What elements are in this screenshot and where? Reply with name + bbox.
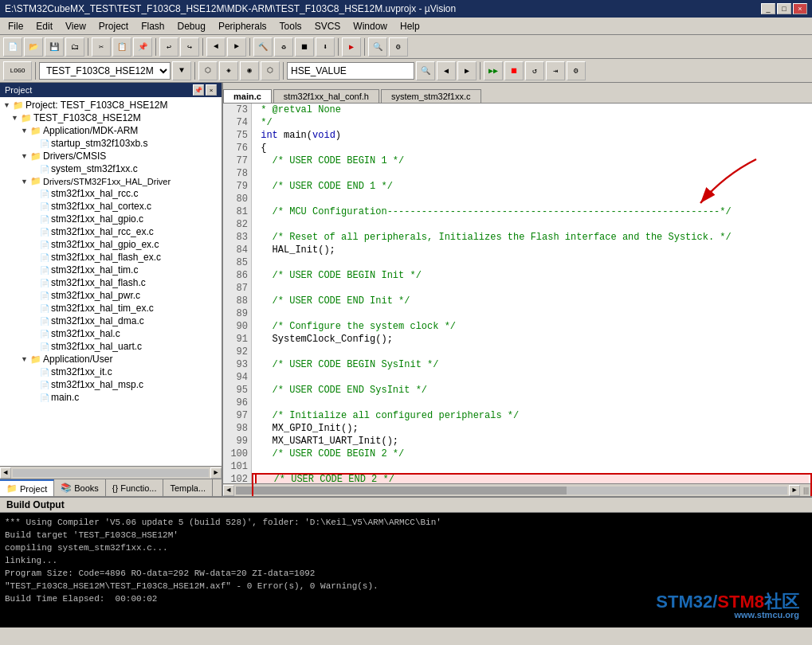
copy-btn[interactable]: 📋 [112,37,131,57]
tree-hal-tim[interactable]: 📄 stm32f1xx_hal_tim.c [2,264,220,276]
menu-flash[interactable]: Flash [135,19,171,33]
rebuild-btn[interactable]: ♻ [274,37,293,57]
menu-tools[interactable]: Tools [273,19,308,33]
scroll-right-btn[interactable]: ► [210,467,222,479]
editor-scroll-right[interactable]: ► [789,485,800,496]
search-next-btn[interactable]: ▶ [457,61,477,80]
back-btn[interactable]: ◄ [206,37,226,57]
tab-templates[interactable]: Templa... [163,479,213,496]
hex2-btn[interactable]: ◈ [219,61,238,80]
root-expand-icon: ▼ [3,101,11,109]
code-line-97: /* Initialize all configured peripherals… [255,409,809,422]
code-line-84: HAL_Init(); [255,244,809,256]
hscroll-track[interactable] [13,469,209,477]
tree-hal-flash-ex[interactable]: 📄 stm32f1xx_hal_flash_ex.c [2,251,220,264]
debug-stop-btn[interactable]: ⏹ [504,61,524,80]
cut-btn[interactable]: ✂ [92,37,111,57]
debug-restart-btn[interactable]: ↺ [525,61,544,80]
menu-file[interactable]: File [2,19,29,33]
redo-btn[interactable]: ↪ [180,37,199,57]
tree-system[interactable]: 📄 system_stm32f1xx.c [2,162,220,175]
tab-project[interactable]: 📁 Project [0,479,54,496]
main-layout: Project 📌 × ▼ 📁 Project: TEST_F103C8_HSE… [0,83,812,496]
editor-hscrollbar[interactable]: ◄ ► ||| [223,483,812,496]
tree-project[interactable]: ▼ 📁 TEST_F103C8_HSE12M [2,111,220,124]
tree-it[interactable]: 📄 stm32f1xx_it.c [2,366,220,378]
tree-hal-pwr[interactable]: 📄 stm32f1xx_hal_pwr.c [2,289,220,302]
tree-hal-uart[interactable]: 📄 stm32f1xx_hal_uart.c [2,340,220,353]
maximize-button[interactable]: □ [777,3,791,14]
close-button[interactable]: × [793,3,807,14]
project-panel-close[interactable]: × [206,84,217,96]
undo-btn[interactable]: ↩ [159,37,178,57]
forward-btn[interactable]: ► [227,37,246,57]
build-line-3: linking... [5,554,807,567]
tree-app-user[interactable]: ▼ 📁 Application/User [2,353,220,366]
tree-hal-tim-ex[interactable]: 📄 stm32f1xx_hal_tim_ex.c [2,302,220,315]
build-btn[interactable]: 🔨 [253,37,273,57]
tree-drivers-cmsis[interactable]: ▼ 📁 Drivers/CMSIS [2,150,220,162]
hex4-btn[interactable]: ⬡ [261,61,280,80]
editor-scroll-left[interactable]: ◄ [223,485,234,496]
tree-main[interactable]: 📄 main.c [2,391,220,404]
debug-run-btn[interactable]: ▶▶ [484,61,503,80]
menu-view[interactable]: View [59,19,92,33]
menu-debug[interactable]: Debug [171,19,212,33]
scroll-left-btn[interactable]: ◄ [0,467,11,479]
editor-hscroll-track[interactable] [236,487,787,494]
search-go-btn[interactable]: 🔍 [416,61,435,80]
find-btn[interactable]: 🔍 [368,37,387,57]
debug-btn[interactable]: ▶ [342,37,361,57]
tab-system-stm32[interactable]: system_stm32f1xx.c [381,89,481,103]
debug-step-btn[interactable]: ⇥ [546,61,565,80]
settings-btn[interactable]: ⚙ [389,37,408,57]
tab-main-c[interactable]: main.c [223,89,272,103]
new-btn[interactable]: 📄 [3,37,22,57]
build-line-4: Program Size: Code=4896 RO-data=292 RW-d… [5,567,807,580]
main-icon: 📄 [40,393,49,402]
target-dropdown[interactable]: TEST_F103C8_HSE12M [39,62,171,80]
tab-books[interactable]: 📚 Books [54,479,106,496]
hex3-btn[interactable]: ◉ [240,61,259,80]
tree-hal-flash[interactable]: 📄 stm32f1xx_hal_flash.c [2,276,220,289]
tree-drivers-hal[interactable]: ▼ 📁 Drivers/STM32F1xx_HAL_Driver [2,175,220,187]
tree-msp[interactable]: 📄 stm32f1xx_hal_msp.c [2,378,220,391]
open-btn[interactable]: 📂 [24,37,43,57]
menu-edit[interactable]: Edit [29,19,59,33]
code-line-78 [255,167,809,180]
save-btn[interactable]: 💾 [45,37,64,57]
tree-hal-main[interactable]: 📄 stm32f1xx_hal.c [2,327,220,340]
tree-hal-gpio[interactable]: 📄 stm32f1xx_hal_gpio.c [2,213,220,225]
tree-hal-gpio-ex[interactable]: 📄 stm32f1xx_hal_gpio_ex.c [2,238,220,251]
hex1-btn[interactable]: ⬡ [198,61,218,80]
save-all-btn[interactable]: 🗂 [65,37,84,57]
menu-project[interactable]: Project [92,19,135,33]
search-input[interactable] [287,62,414,80]
paste-btn[interactable]: 📌 [133,37,152,57]
tree-root[interactable]: ▼ 📁 Project: TEST_F103C8_HSE12M [2,99,220,111]
debug-opts-btn[interactable]: ⚙ [567,61,586,80]
stop-btn[interactable]: ⏹ [295,37,314,57]
tab-hal-conf[interactable]: stm32f1xx_hal_conf.h [273,89,379,103]
tree-hal-cortex[interactable]: 📄 stm32f1xx_hal_cortex.c [2,200,220,213]
minimize-button[interactable]: _ [761,3,775,14]
menu-peripherals[interactable]: Peripherals [212,19,273,33]
tree-app-mdk[interactable]: ▼ 📁 Application/MDK-ARM [2,124,220,137]
code-area[interactable]: 73 74 75 76 77 78 79 80 81 82 83 84 85 8… [223,104,812,483]
target-settings-btn[interactable]: ▼ [172,61,191,80]
project-hscrollbar[interactable]: ◄ ► [0,466,222,479]
logo-btn[interactable]: LOGO [3,61,32,80]
tree-startup[interactable]: 📄 startup_stm32f103xb.s [2,137,220,150]
menu-help[interactable]: Help [394,19,426,33]
download-btn[interactable]: ⬇ [316,37,335,57]
menu-bar: File Edit View Project Flash Debug Perip… [0,18,812,35]
project-panel-pin[interactable]: 📌 [193,84,204,96]
tree-hal-rcc[interactable]: 📄 stm32f1xx_hal_rcc.c [2,187,220,200]
tree-hal-dma[interactable]: 📄 stm32f1xx_hal_dma.c [2,315,220,327]
search-prev-btn[interactable]: ◀ [437,61,456,80]
tree-hal-rcc-ex[interactable]: 📄 stm32f1xx_hal_rcc_ex.c [2,225,220,238]
code-content[interactable]: * @retval None */ int main(void) { /* US… [252,104,812,483]
menu-svcs[interactable]: SVCS [308,19,347,33]
tab-functions[interactable]: {} Functio... [106,479,164,496]
menu-window[interactable]: Window [347,19,394,33]
